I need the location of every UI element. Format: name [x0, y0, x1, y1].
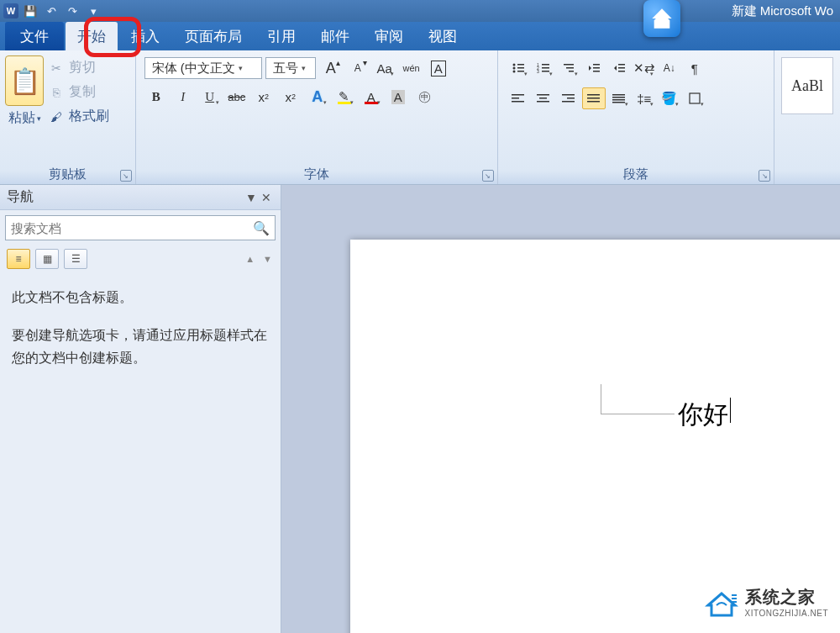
brush-icon: 🖌 — [49, 109, 64, 124]
paste-button[interactable]: 📋 — [5, 55, 44, 106]
nav-down-button[interactable]: ▼ — [261, 254, 274, 264]
enclose-char-button[interactable]: ㊥ — [413, 86, 437, 108]
svg-rect-13 — [566, 67, 574, 69]
svg-rect-12 — [564, 64, 574, 66]
line-spacing-button[interactable]: ‡≡ — [633, 87, 656, 109]
qat-save-button[interactable]: 💾 — [21, 3, 39, 19]
grow-font-button[interactable]: A▴ — [319, 57, 343, 79]
paste-label[interactable]: 粘贴▾ — [8, 109, 41, 127]
character-border-button[interactable]: A — [427, 57, 450, 79]
nav-msg-2: 要创建导航选项卡，请通过应用标题样式在您的文档中创建标题。 — [12, 324, 269, 369]
ltr-direction-button[interactable]: ✕⇄ — [633, 57, 656, 79]
borders-button[interactable] — [683, 87, 706, 109]
qat-undo-button[interactable]: ↶ — [42, 3, 60, 19]
svg-rect-11 — [542, 71, 549, 72]
nav-tab-results[interactable]: ☰ — [64, 249, 87, 269]
tab-review[interactable]: 审阅 — [363, 22, 415, 50]
format-painter-button[interactable]: 🖌格式刷 — [49, 108, 109, 125]
group-clipboard-label: 剪贴板↘ — [0, 164, 135, 184]
decrease-indent-button[interactable] — [582, 57, 606, 79]
window-title: 新建 Microsoft Wo — [732, 3, 833, 19]
align-center-button[interactable] — [532, 87, 555, 109]
bold-button[interactable]: B — [144, 86, 168, 108]
sort-button[interactable]: A↓ — [658, 57, 681, 79]
nav-search-box[interactable]: 🔍 — [5, 215, 276, 240]
character-shading-button[interactable]: A — [386, 86, 410, 108]
copy-icon: ⎘ — [49, 85, 64, 100]
nav-search-input[interactable] — [11, 221, 253, 235]
svg-rect-33 — [612, 94, 625, 96]
nav-tab-headings[interactable]: ≡ — [7, 249, 30, 269]
svg-point-2 — [512, 67, 515, 70]
qat-customize-button[interactable]: ▾ — [84, 3, 102, 19]
svg-rect-16 — [593, 67, 600, 69]
document-text[interactable]: 你好 — [678, 398, 731, 432]
tab-mailings[interactable]: 邮件 — [309, 22, 361, 50]
nav-tab-pages[interactable]: ▦ — [35, 249, 59, 269]
copy-button[interactable]: ⎘复制 — [49, 83, 109, 101]
tab-file[interactable]: 文件 — [5, 22, 64, 50]
increase-indent-button[interactable] — [607, 57, 631, 79]
tab-view[interactable]: 视图 — [417, 22, 469, 50]
tab-home[interactable]: 开始 — [66, 22, 118, 50]
document-page[interactable]: 你好 — [350, 240, 840, 633]
font-family-combo[interactable]: 宋体 (中文正文▾ — [144, 57, 262, 79]
nav-header: 导航 ▼ ✕ — [0, 185, 281, 210]
svg-rect-7 — [542, 64, 549, 66]
italic-button[interactable]: I — [171, 86, 195, 108]
svg-rect-37 — [690, 93, 700, 103]
font-color-button[interactable]: A — [360, 86, 383, 108]
svg-rect-32 — [587, 101, 600, 103]
document-area[interactable]: 你好 — [281, 185, 840, 633]
align-right-button[interactable] — [557, 87, 580, 109]
subscript-button[interactable]: x2 — [252, 86, 276, 108]
ribbon-tabs: 文件 开始 插入 页面布局 引用 邮件 审阅 视图 — [0, 22, 840, 50]
font-launcher[interactable]: ↘ — [482, 170, 494, 182]
distribute-button[interactable] — [607, 87, 631, 109]
svg-rect-15 — [593, 64, 600, 66]
nav-dropdown-button[interactable]: ▼ — [244, 190, 259, 205]
search-icon[interactable]: 🔍 — [253, 219, 270, 236]
watermark-text: 系统之家 — [745, 586, 829, 609]
title-bar: W 💾 ↶ ↷ ▾ 新建 Microsoft Wo — [0, 0, 840, 22]
nav-close-button[interactable]: ✕ — [259, 190, 274, 205]
svg-rect-29 — [562, 101, 575, 103]
margin-indicator — [601, 384, 675, 414]
svg-rect-21 — [512, 94, 524, 96]
superscript-button[interactable]: x2 — [279, 86, 302, 108]
nav-up-button[interactable]: ▲ — [244, 254, 256, 264]
multilevel-list-button[interactable] — [557, 57, 580, 79]
svg-rect-26 — [537, 101, 549, 103]
qat-redo-button[interactable]: ↷ — [63, 3, 81, 19]
cut-button[interactable]: ✂剪切 — [49, 59, 109, 76]
style-normal[interactable]: AaBl — [781, 57, 833, 114]
watermark-logo-icon — [705, 587, 738, 617]
shrink-font-button[interactable]: A▾ — [346, 57, 370, 79]
text-effects-button[interactable]: A — [306, 86, 329, 108]
group-styles-label — [774, 164, 840, 184]
show-marks-button[interactable]: ¶ — [683, 57, 706, 79]
highlight-button[interactable]: ✎ — [333, 86, 356, 108]
font-size-combo[interactable]: 五号▾ — [265, 57, 316, 79]
strikethrough-button[interactable]: abc — [225, 86, 249, 108]
svg-point-4 — [512, 71, 515, 73]
svg-point-0 — [512, 64, 515, 66]
svg-rect-9 — [542, 67, 549, 69]
underline-button[interactable]: U — [198, 86, 222, 108]
tab-page-layout[interactable]: 页面布局 — [173, 22, 254, 50]
tab-insert[interactable]: 插入 — [119, 22, 171, 50]
overlay-app-icon — [643, 0, 680, 37]
paragraph-launcher[interactable]: ↘ — [759, 170, 770, 182]
align-left-button[interactable] — [507, 87, 530, 109]
clipboard-launcher[interactable]: ↘ — [120, 170, 132, 182]
svg-rect-3 — [517, 67, 524, 69]
tab-references[interactable]: 引用 — [255, 22, 307, 50]
group-paragraph: 123 ✕⇄ A↓ ¶ ‡≡ 🪣 段落↘ — [498, 50, 774, 184]
numbering-button[interactable]: 123 — [532, 57, 555, 79]
text-cursor — [730, 398, 731, 423]
justify-button[interactable] — [582, 87, 606, 109]
phonetic-guide-button[interactable]: wén — [400, 57, 423, 79]
bullets-button[interactable] — [507, 57, 530, 79]
shading-button[interactable]: 🪣 — [658, 87, 681, 109]
change-case-button[interactable]: Aa — [373, 57, 396, 79]
